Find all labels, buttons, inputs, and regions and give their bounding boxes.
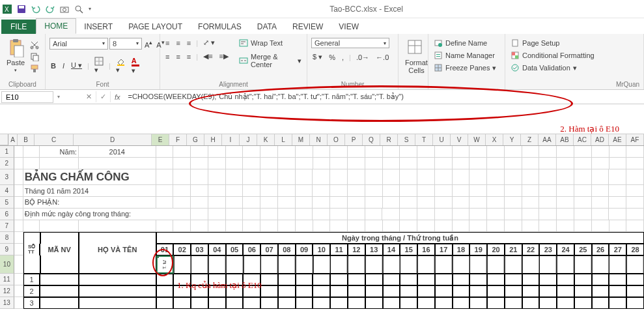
row-header-13[interactable]: 13	[0, 297, 14, 309]
font-name-select[interactable]: Arial▾	[49, 38, 108, 50]
col-header-R[interactable]: R	[380, 134, 398, 145]
tab-review[interactable]: REVIEW	[285, 20, 331, 34]
row-header-4[interactable]: 4	[0, 185, 14, 197]
font-size-select[interactable]: 8▾	[109, 38, 142, 50]
col-header-AD[interactable]: AD	[591, 134, 609, 145]
currency-icon[interactable]: $ ▾	[311, 52, 324, 62]
cut-icon[interactable]	[30, 40, 39, 50]
zoom-icon[interactable]	[74, 5, 83, 14]
col-header-AB[interactable]: AB	[556, 134, 574, 145]
col-header-O[interactable]: O	[328, 134, 345, 145]
italic-button[interactable]: I	[61, 61, 66, 70]
col-header-Z[interactable]: Z	[521, 134, 539, 145]
col-header-S[interactable]: S	[398, 134, 415, 145]
redo-icon[interactable]	[46, 5, 55, 14]
undo-icon[interactable]	[31, 5, 40, 14]
align-left-icon[interactable]: ≡	[164, 52, 171, 61]
name-manager-button[interactable]: Name Manager	[432, 50, 496, 61]
row-header-5[interactable]: 5	[0, 197, 14, 209]
align-bottom-icon[interactable]: ≡	[186, 38, 192, 48]
wrap-text-button[interactable]: Wrap Text	[238, 38, 303, 48]
col-header-D[interactable]: D	[74, 134, 152, 145]
col-header-Y[interactable]: Y	[503, 134, 521, 145]
align-middle-icon[interactable]: ≡	[175, 38, 181, 48]
copy-icon[interactable]	[30, 52, 39, 61]
camera-icon[interactable]	[60, 5, 69, 14]
align-top-icon[interactable]: ≡	[164, 38, 171, 48]
conditional-formatting-button[interactable]: Conditional Formatting	[509, 50, 596, 61]
row-header-7[interactable]: 7	[0, 220, 14, 232]
font-color-icon[interactable]: A ▾	[130, 56, 141, 76]
row-header-11[interactable]: 11	[0, 274, 14, 285]
col-header-C[interactable]: C	[35, 134, 74, 145]
decrease-indent-icon[interactable]: ◀≡	[202, 51, 214, 61]
col-header-V[interactable]: V	[451, 134, 468, 145]
format-painter-icon[interactable]	[30, 64, 39, 73]
col-header-A[interactable]: A	[8, 134, 18, 145]
bold-button[interactable]: B	[49, 61, 57, 70]
name-box[interactable]	[1, 91, 53, 103]
col-header-AF[interactable]: AF	[626, 134, 644, 145]
col-header-F[interactable]: F	[169, 134, 187, 145]
col-header-G[interactable]: G	[187, 134, 204, 145]
row-header-9[interactable]: 9	[0, 244, 14, 255]
tab-data[interactable]: DATA	[249, 20, 285, 34]
fill-color-icon[interactable]: ▾	[115, 56, 126, 75]
row-header-2[interactable]: 2	[0, 158, 14, 169]
comma-icon[interactable]: ,	[341, 53, 345, 62]
tab-view[interactable]: VIEW	[331, 20, 367, 34]
format-cells-button[interactable]: Format Cells	[402, 38, 430, 76]
row-header-3[interactable]: 3	[0, 169, 14, 185]
col-header-K[interactable]: K	[257, 134, 275, 145]
col-header-B[interactable]: B	[18, 134, 35, 145]
spreadsheet-grid[interactable]: ABCDEFGHIJKLMNOPQRSTUVWXYZAAABACADAEAF 1…	[0, 134, 644, 309]
col-header-J[interactable]: J	[240, 134, 257, 145]
decrease-decimal-icon[interactable]: ←.0	[374, 53, 390, 62]
row-header-1[interactable]: 1	[0, 146, 14, 158]
col-header-T[interactable]: T	[415, 134, 433, 145]
tab-home[interactable]: HOME	[36, 18, 76, 34]
col-header-X[interactable]: X	[486, 134, 503, 145]
enter-formula-icon[interactable]: ✓	[96, 91, 111, 102]
freeze-panes-button[interactable]: Freeze Panes ▾	[432, 63, 497, 73]
row-header-12[interactable]: 12	[0, 285, 14, 297]
col-header-P[interactable]: P	[345, 134, 363, 145]
col-header-AC[interactable]: AC	[574, 134, 591, 145]
increase-decimal-icon[interactable]: .0→	[355, 53, 371, 62]
grow-font-icon[interactable]: A▴	[143, 38, 154, 50]
data-validation-button[interactable]: Data Validation ▾	[509, 63, 578, 73]
col-header-AA[interactable]: AA	[539, 134, 556, 145]
name-box-dropdown-icon[interactable]: ▾	[55, 94, 63, 100]
underline-button[interactable]: U ▾	[70, 61, 83, 70]
fx-icon[interactable]: fx	[111, 93, 124, 101]
row-header-8[interactable]: 8	[0, 232, 14, 244]
col-header-U[interactable]: U	[433, 134, 451, 145]
col-header-E[interactable]: E	[152, 134, 169, 145]
increase-indent-icon[interactable]: ≡▶	[218, 51, 230, 61]
col-header-Q[interactable]: Q	[363, 134, 380, 145]
col-header-W[interactable]: W	[468, 134, 486, 145]
select-all-corner[interactable]	[0, 134, 8, 145]
page-setup-button[interactable]: Page Setup	[509, 38, 561, 48]
tab-formulas[interactable]: FORMULAS	[190, 20, 249, 34]
col-header-N[interactable]: N	[310, 134, 328, 145]
save-icon[interactable]	[17, 5, 26, 14]
col-header-AE[interactable]: AE	[609, 134, 626, 145]
col-header-L[interactable]: L	[275, 134, 292, 145]
col-header-I[interactable]: I	[222, 134, 240, 145]
col-header-H[interactable]: H	[204, 134, 222, 145]
align-center-icon[interactable]: ≡	[175, 52, 181, 61]
col-header-M[interactable]: M	[292, 134, 310, 145]
define-name-button[interactable]: Define Name	[432, 38, 488, 48]
percent-icon[interactable]: %	[328, 53, 337, 62]
tab-page-layout[interactable]: PAGE LAYOUT	[120, 20, 190, 34]
row-header-10[interactable]: 10	[0, 255, 14, 274]
merge-center-button[interactable]: Merge & Center ▾	[238, 52, 303, 69]
orientation-icon[interactable]: ⤢ ▾	[202, 38, 216, 48]
paste-button[interactable]: Paste ▾	[4, 38, 27, 74]
tab-file[interactable]: FILE	[1, 20, 36, 34]
cancel-formula-icon[interactable]: ✕	[82, 91, 96, 102]
row-header-6[interactable]: 6	[0, 209, 14, 220]
tab-insert[interactable]: INSERT	[76, 20, 120, 34]
borders-icon[interactable]: ▾	[93, 56, 105, 75]
